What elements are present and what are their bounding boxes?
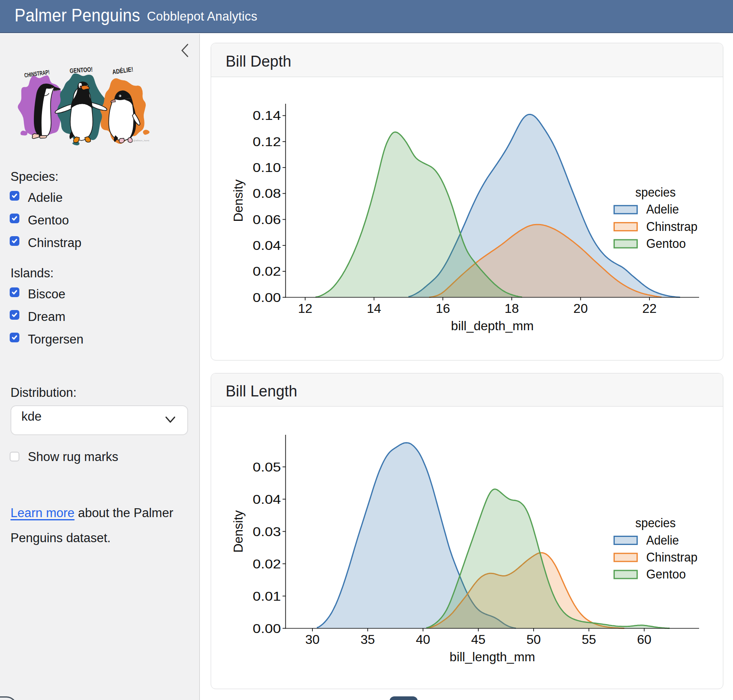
svg-text:0.03: 0.03	[253, 524, 281, 539]
svg-text:35: 35	[360, 632, 375, 647]
svg-text:0.02: 0.02	[253, 264, 281, 279]
svg-text:Gentoo: Gentoo	[646, 567, 686, 581]
svg-text:50: 50	[526, 632, 541, 647]
svg-text:0.04: 0.04	[253, 238, 281, 253]
svg-text:0.14: 0.14	[253, 108, 281, 123]
svg-text:0.06: 0.06	[253, 212, 281, 227]
svg-text:species: species	[635, 185, 676, 199]
svg-text:16: 16	[436, 301, 450, 316]
svg-text:bill_length_mm: bill_length_mm	[450, 650, 535, 664]
svg-text:Density: Density	[231, 179, 245, 222]
svg-text:14: 14	[367, 301, 381, 316]
svg-text:Adelie: Adelie	[646, 533, 679, 547]
svg-text:30: 30	[305, 632, 320, 647]
svg-text:0.12: 0.12	[253, 134, 281, 149]
svg-text:18: 18	[505, 301, 519, 316]
svg-text:0.02: 0.02	[253, 557, 281, 571]
svg-text:0.08: 0.08	[253, 186, 281, 201]
svg-text:bill_depth_mm: bill_depth_mm	[451, 319, 534, 333]
svg-text:22: 22	[642, 301, 657, 316]
svg-text:Adelie: Adelie	[646, 202, 679, 216]
svg-text:12: 12	[298, 301, 312, 316]
svg-text:species: species	[635, 516, 676, 530]
svg-text:0.00: 0.00	[253, 621, 281, 636]
svg-text:ADÉLIE!: ADÉLIE!	[112, 65, 134, 75]
svg-text:0.04: 0.04	[253, 492, 281, 507]
svg-text:20: 20	[574, 301, 588, 316]
svg-text:45: 45	[471, 632, 486, 647]
svg-text:40: 40	[416, 632, 430, 647]
svg-text:55: 55	[582, 632, 596, 647]
svg-text:GENTOO!: GENTOO!	[69, 66, 93, 74]
svg-text:Gentoo: Gentoo	[646, 236, 686, 251]
svg-text:0.01: 0.01	[253, 589, 281, 604]
svg-text:0.00: 0.00	[253, 290, 281, 305]
svg-text:Chinstrap: Chinstrap	[646, 550, 697, 564]
svg-text:60: 60	[637, 632, 651, 647]
svg-text:0.05: 0.05	[253, 460, 281, 474]
svg-text:@allison_horst: @allison_horst	[133, 139, 149, 142]
svg-text:0.10: 0.10	[253, 160, 281, 175]
svg-text:Density: Density	[231, 510, 245, 553]
svg-text:Chinstrap: Chinstrap	[646, 219, 697, 234]
